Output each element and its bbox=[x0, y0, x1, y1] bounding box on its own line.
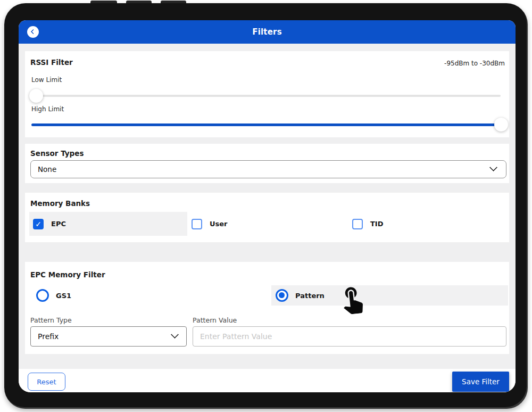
sensor-types-dropdown[interactable]: None bbox=[30, 160, 506, 178]
checkbox-label: EPC bbox=[51, 220, 66, 228]
save-filter-button[interactable]: Save Filter bbox=[452, 372, 509, 392]
radio-label: Pattern bbox=[295, 292, 325, 300]
low-limit-slider-track[interactable] bbox=[31, 95, 501, 97]
memory-banks-card: Memory Banks ✓ EPC User TID bbox=[25, 193, 509, 242]
footer-bar: Reset Save Filter bbox=[19, 369, 516, 392]
pattern-value-label: Pattern Value bbox=[193, 316, 237, 324]
sensor-types-value: None bbox=[38, 165, 56, 174]
radio-item-pattern[interactable]: Pattern bbox=[271, 285, 508, 306]
header-bar: Filters bbox=[19, 20, 516, 44]
radio-selected-icon[interactable] bbox=[276, 289, 288, 302]
pattern-type-label: Pattern Type bbox=[30, 316, 72, 324]
high-limit-slider-thumb[interactable] bbox=[494, 118, 508, 131]
low-limit-slider-thumb[interactable] bbox=[29, 89, 43, 103]
rssi-filter-title: RSSI Filter bbox=[30, 58, 73, 67]
pattern-value-input[interactable] bbox=[193, 326, 506, 347]
chevron-down-icon bbox=[171, 331, 179, 339]
checkbox-item-user[interactable]: User bbox=[192, 212, 298, 236]
app-screen: Filters RSSI Filter -95dBm to -30dBm Low… bbox=[19, 20, 516, 392]
epc-memory-filter-card: EPC Memory Filter GS1 Pattern Pattern Ty… bbox=[25, 262, 509, 354]
rssi-range-text: -95dBm to -30dBm bbox=[444, 60, 505, 67]
checkbox-item-tid[interactable]: TID bbox=[352, 212, 459, 236]
tap-cursor-icon bbox=[335, 282, 369, 316]
epc-memory-filter-title: EPC Memory Filter bbox=[30, 270, 105, 279]
checkbox-item-epc[interactable]: ✓ EPC bbox=[29, 212, 187, 236]
checkbox-checked-icon[interactable]: ✓ bbox=[33, 219, 44, 229]
radio-item-gs1[interactable]: GS1 bbox=[29, 285, 136, 306]
checkbox-unchecked-icon[interactable] bbox=[192, 219, 202, 229]
chevron-down-icon bbox=[489, 163, 498, 172]
low-limit-label: Low Limit bbox=[31, 76, 62, 84]
rssi-filter-card: RSSI Filter -95dBm to -30dBm Low Limit H… bbox=[25, 51, 509, 137]
pattern-type-value: Prefix bbox=[38, 332, 59, 341]
pattern-type-dropdown[interactable]: Prefix bbox=[30, 326, 187, 347]
sensor-types-card: Sensor Types None bbox=[25, 144, 509, 183]
memory-banks-title: Memory Banks bbox=[30, 199, 90, 208]
page: Filters RSSI Filter -95dBm to -30dBm Low… bbox=[0, 0, 532, 412]
sensor-types-title: Sensor Types bbox=[30, 149, 84, 158]
checkbox-unchecked-icon[interactable] bbox=[352, 219, 363, 229]
high-limit-slider-track[interactable] bbox=[31, 123, 501, 126]
radio-label: GS1 bbox=[56, 292, 71, 300]
page-title: Filters bbox=[19, 20, 516, 44]
reset-button[interactable]: Reset bbox=[28, 373, 65, 391]
checkbox-label: User bbox=[210, 220, 228, 228]
high-limit-label: High Limit bbox=[31, 105, 64, 113]
radio-unselected-icon[interactable] bbox=[36, 289, 49, 302]
checkmark-icon: ✓ bbox=[33, 219, 44, 229]
checkbox-label: TID bbox=[370, 220, 384, 228]
